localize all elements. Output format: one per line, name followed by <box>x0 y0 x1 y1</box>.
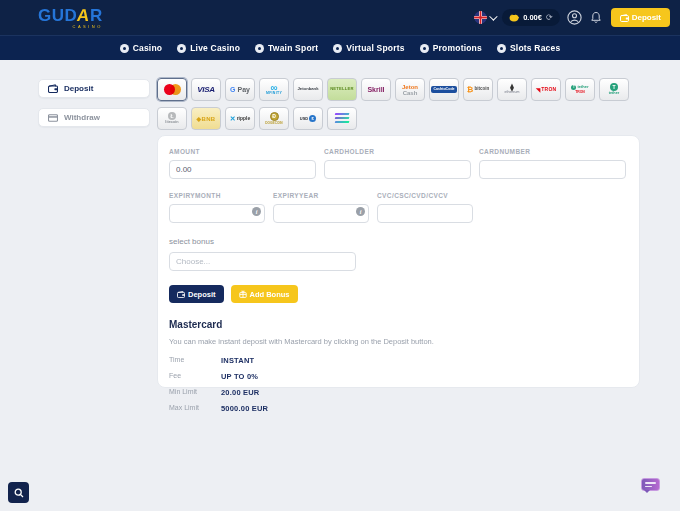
field-label: EXPIRYYEAR <box>273 192 369 199</box>
field-input-expirymonth[interactable] <box>169 204 265 223</box>
payment-method-visa[interactable]: VISA <box>191 78 221 101</box>
live-chat-widget[interactable] <box>641 478 660 491</box>
form-group-amount: AMOUNT <box>169 148 316 179</box>
payment-method-litecoin[interactable]: Łlitecoin <box>157 107 187 130</box>
method-info-row: TimeINSTANT <box>169 356 628 365</box>
notifications-bell-icon[interactable] <box>589 10 604 25</box>
payment-method-jetoncash[interactable]: JetonCash <box>395 78 425 101</box>
info-icon[interactable]: i <box>252 207 261 216</box>
ripple-icon: ✕ <box>230 115 236 122</box>
dogecoin-icon: Ð <box>270 112 279 121</box>
payment-method-neteller[interactable]: NETELLER <box>327 78 357 101</box>
sidebar-deposit-label: Deposit <box>64 84 93 93</box>
twain-sport-icon <box>255 44 264 53</box>
nav-item-label: Promotions <box>433 43 482 53</box>
field-label: CARDNUMBER <box>479 148 626 155</box>
nav-item-label: Twain Sport <box>268 43 318 53</box>
field-input-cardnumber[interactable] <box>479 160 626 179</box>
payment-method-usd-coin[interactable]: USD$ <box>293 107 323 130</box>
virtual-sports-icon <box>333 44 342 53</box>
field-label: CARDHOLDER <box>324 148 471 155</box>
method-title: Mastercard <box>169 319 628 330</box>
tron-icon: ◥ <box>536 87 541 93</box>
nav-item-slots-races[interactable]: Slots Races <box>497 43 560 53</box>
form-group-cvc-csc-cvd-cvcv: CVC/CSC/CVD/CVCV <box>377 192 473 223</box>
site-logo[interactable]: GUDAR CASINO <box>38 7 103 29</box>
payment-method-bnb[interactable]: ◆BNB <box>191 107 221 130</box>
profile-icon[interactable] <box>567 10 582 25</box>
nav-item-label: Live Casino <box>190 43 240 53</box>
method-info-value: 20.00 EUR <box>221 388 260 397</box>
slots-races-icon <box>497 44 506 53</box>
nav-item-twain-sport[interactable]: Twain Sport <box>255 43 318 53</box>
solana-icon <box>335 113 349 123</box>
payment-method-tether-tron[interactable]: TtetherTRON <box>565 78 595 101</box>
payment-method-tether[interactable]: Ttether <box>599 78 629 101</box>
nav-item-promotions[interactable]: Promotions <box>420 43 482 53</box>
payment-method-bitcoin[interactable]: ₿bitcoin <box>463 78 493 101</box>
method-info-label: Max Limit <box>169 404 221 413</box>
payment-method-dogecoin[interactable]: ÐDOGECOIN <box>259 107 289 130</box>
method-info-label: Time <box>169 356 221 365</box>
nav-item-casino[interactable]: Casino <box>120 43 163 53</box>
method-info-row: FeeUP TO 0% <box>169 372 628 381</box>
field-label: CVC/CSC/CVD/CVCV <box>377 192 473 199</box>
add-bonus-button[interactable]: Add Bonus <box>231 285 298 303</box>
field-input-amount[interactable] <box>169 160 316 179</box>
payment-methods-row-2: Łlitecoin◆BNB✕rippleÐDOGECOINUSD$ <box>157 107 357 130</box>
payment-method-jetonbank[interactable]: Jetonbank <box>293 78 323 101</box>
search-icon <box>14 488 24 498</box>
method-info-value: UP TO 0% <box>221 372 258 381</box>
chevron-down-icon <box>489 12 497 20</box>
method-description: You can make instant deposit with Master… <box>169 337 628 346</box>
sidebar-item-deposit[interactable]: Deposit <box>38 79 150 98</box>
info-icon[interactable]: i <box>356 207 365 216</box>
payment-method-mfinity[interactable]: ∞MFINITY <box>259 78 289 101</box>
bonus-select[interactable] <box>169 252 356 271</box>
sidebar-withdraw-label: Withdraw <box>64 113 100 122</box>
sidebar-item-withdraw[interactable]: Withdraw <box>38 108 150 127</box>
field-input-cardholder[interactable] <box>324 160 471 179</box>
payment-method-gpay[interactable]: G Pay <box>225 78 255 101</box>
payment-method-ripple[interactable]: ✕ripple <box>225 107 255 130</box>
nav-item-live-casino[interactable]: Live Casino <box>177 43 240 53</box>
payment-method-tron[interactable]: ◥TRON <box>531 78 561 101</box>
field-label: AMOUNT <box>169 148 316 155</box>
top-header: GUDAR CASINO 0.0 <box>0 0 680 35</box>
payment-method-ethereum[interactable]: ⧫ethereum <box>497 78 527 101</box>
method-info-label: Min Limit <box>169 388 221 397</box>
balance-pill: 0.00€ ⟳ <box>502 9 559 26</box>
logo-subtext: CASINO <box>73 25 103 29</box>
payment-method-skrill[interactable]: Skrill <box>361 78 391 101</box>
refresh-balance-icon[interactable]: ⟳ <box>546 14 553 22</box>
form-group-cardholder: CARDHOLDER <box>324 148 471 179</box>
header-deposit-button[interactable]: Deposit <box>611 8 670 27</box>
select-bonus-label: select bonus <box>169 237 628 246</box>
chat-bubble-tail-icon <box>644 490 650 493</box>
method-info-value: INSTANT <box>221 356 254 365</box>
casino-icon <box>120 44 129 53</box>
nav-item-label: Slots Races <box>510 43 560 53</box>
payment-method-mastercard[interactable] <box>157 78 187 101</box>
method-info-label: Fee <box>169 372 221 381</box>
form-deposit-button[interactable]: Deposit <box>169 285 224 303</box>
field-input-cvc-csc-cvd-cvcv[interactable] <box>377 204 473 223</box>
payment-methods-row-1: VISAG Pay∞MFINITYJetonbankNETELLERSkrill… <box>157 78 629 101</box>
method-info-row: Max Limit5000.00 EUR <box>169 404 628 413</box>
search-button[interactable] <box>8 482 29 503</box>
field-input-expiryyear[interactable] <box>273 204 369 223</box>
nav-item-label: Casino <box>133 43 163 53</box>
balance-amount: 0.00€ <box>523 13 542 22</box>
payment-method-cashtocode[interactable]: CashtoCode <box>429 78 459 101</box>
form-group-expirymonth: EXPIRYMONTHi <box>169 192 265 223</box>
language-selector[interactable] <box>474 11 495 24</box>
mastercard-circles-icon <box>164 84 181 95</box>
wallet-icon <box>620 14 629 22</box>
piggy-bank-icon <box>509 13 519 22</box>
deposit-form-card: AMOUNTCARDHOLDERCARDNUMBER EXPIRYMONTHiE… <box>157 135 640 388</box>
gift-icon <box>239 290 247 298</box>
method-info-value: 5000.00 EUR <box>221 404 268 413</box>
form-group-cardnumber: CARDNUMBER <box>479 148 626 179</box>
nav-item-virtual-sports[interactable]: Virtual Sports <box>333 43 404 53</box>
payment-method-solana[interactable] <box>327 107 357 130</box>
